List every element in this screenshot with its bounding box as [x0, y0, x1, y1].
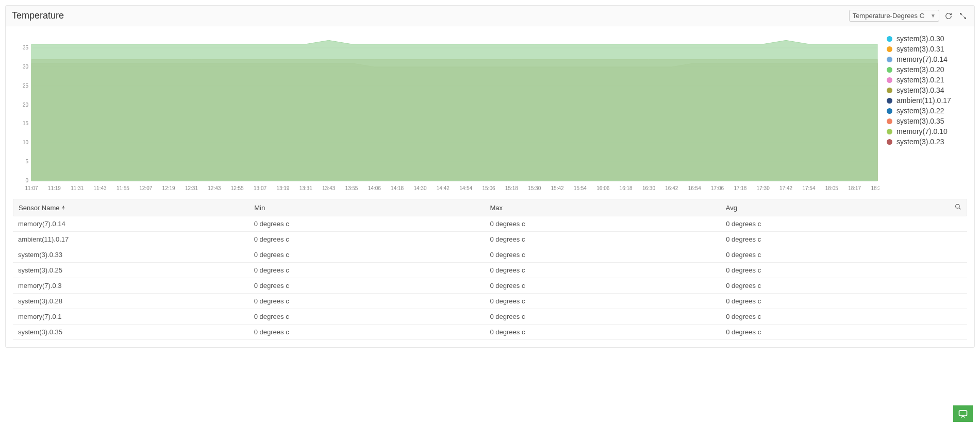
legend-item[interactable]: system(3).0.23	[887, 137, 967, 147]
legend-item[interactable]: system(3).0.35	[887, 116, 967, 126]
cell-name: ambient(11).0.17	[18, 235, 254, 243]
svg-text:11:07: 11:07	[25, 185, 38, 191]
dropdown-label: Temperature-Degrees C	[853, 12, 924, 20]
expand-icon[interactable]	[958, 11, 968, 21]
svg-text:15:54: 15:54	[574, 185, 587, 191]
legend-item[interactable]: system(3).0.30	[887, 33, 967, 44]
legend-item[interactable]: memory(7).0.14	[887, 54, 967, 64]
legend-label: system(3).0.23	[896, 138, 944, 146]
chart-area[interactable]: 0510152025303511:0711:1911:3111:4311:551…	[13, 33, 879, 195]
svg-text:12:43: 12:43	[208, 185, 221, 191]
table-body: memory(7).0.140 degrees c0 degrees c0 de…	[13, 216, 967, 340]
legend-label: system(3).0.21	[896, 76, 944, 84]
legend-item[interactable]: system(3).0.34	[887, 85, 967, 95]
legend-item[interactable]: ambient(11).0.17	[887, 95, 967, 106]
svg-point-54	[956, 205, 960, 209]
col-min[interactable]: Min	[254, 204, 490, 212]
cell-max: 0 degrees c	[490, 328, 726, 336]
svg-text:14:06: 14:06	[368, 185, 381, 191]
col-avg[interactable]: Avg	[726, 204, 933, 212]
svg-text:0: 0	[25, 178, 28, 183]
table-row[interactable]: memory(7).0.10 degrees c0 degrees c0 deg…	[13, 309, 967, 325]
svg-text:16:30: 16:30	[642, 185, 655, 191]
legend-dot-icon	[887, 88, 892, 93]
cell-name: system(3).0.33	[18, 251, 254, 259]
metric-dropdown[interactable]: Temperature-Degrees C ▼	[849, 10, 939, 22]
svg-text:16:54: 16:54	[688, 185, 701, 191]
legend-item[interactable]: system(3).0.31	[887, 44, 967, 54]
chevron-down-icon: ▼	[931, 13, 936, 19]
table-row[interactable]: system(3).0.280 degrees c0 degrees c0 de…	[13, 294, 967, 309]
chart-row: 0510152025303511:0711:1911:3111:4311:551…	[6, 26, 974, 199]
cell-max: 0 degrees c	[490, 266, 726, 274]
svg-text:18:17: 18:17	[848, 185, 861, 191]
svg-text:13:43: 13:43	[322, 185, 335, 191]
legend-dot-icon	[887, 139, 892, 145]
legend[interactable]: system(3).0.30system(3).0.31memory(7).0.…	[879, 33, 967, 167]
svg-text:15:42: 15:42	[551, 185, 564, 191]
table-row[interactable]: ambient(11).0.170 degrees c0 degrees c0 …	[13, 232, 967, 247]
svg-text:11:55: 11:55	[117, 185, 129, 191]
sort-icon: ▲▼	[61, 205, 65, 210]
page-scrollbar[interactable]	[975, 21, 980, 353]
svg-text:12:55: 12:55	[231, 185, 244, 191]
cell-avg: 0 degrees c	[726, 251, 962, 259]
svg-text:17:06: 17:06	[711, 185, 724, 191]
cell-name: system(3).0.35	[18, 328, 254, 336]
cell-max: 0 degrees c	[490, 313, 726, 320]
cell-max: 0 degrees c	[490, 220, 726, 228]
cell-min: 0 degrees c	[254, 313, 490, 320]
col-max[interactable]: Max	[490, 204, 726, 212]
panel-header: Temperature Temperature-Degrees C ▼	[6, 6, 974, 26]
svg-text:14:30: 14:30	[413, 185, 426, 191]
svg-text:17:54: 17:54	[802, 185, 815, 191]
svg-text:15:06: 15:06	[483, 185, 495, 191]
legend-dot-icon	[887, 118, 892, 124]
svg-text:13:07: 13:07	[254, 185, 267, 191]
legend-dot-icon	[887, 67, 892, 73]
legend-item[interactable]: system(3).0.20	[887, 64, 967, 75]
table-row[interactable]: system(3).0.350 degrees c0 degrees c0 de…	[13, 325, 967, 340]
cell-min: 0 degrees c	[254, 235, 490, 243]
cell-min: 0 degrees c	[254, 328, 490, 336]
legend-item[interactable]: system(3).0.21	[887, 75, 967, 85]
cell-avg: 0 degrees c	[726, 297, 962, 305]
svg-text:13:31: 13:31	[300, 185, 312, 191]
table-row[interactable]: system(3).0.330 degrees c0 degrees c0 de…	[13, 247, 967, 263]
svg-text:14:18: 14:18	[391, 185, 404, 191]
svg-text:12:07: 12:07	[139, 185, 152, 191]
cell-avg: 0 degrees c	[726, 328, 962, 336]
legend-item[interactable]: system(3).0.22	[887, 106, 967, 116]
svg-text:18:05: 18:05	[825, 185, 838, 191]
cell-max: 0 degrees c	[490, 282, 726, 289]
legend-dot-icon	[887, 77, 892, 83]
temperature-panel: Temperature Temperature-Degrees C ▼ 0510…	[5, 5, 975, 348]
svg-text:30: 30	[23, 64, 29, 70]
cell-min: 0 degrees c	[254, 251, 490, 259]
legend-dot-icon	[887, 129, 892, 134]
svg-text:13:19: 13:19	[276, 185, 289, 191]
legend-label: ambient(11).0.17	[896, 96, 951, 105]
col-sensor-name[interactable]: Sensor Name ▲▼	[19, 204, 254, 212]
refresh-icon[interactable]	[943, 11, 954, 21]
cell-avg: 0 degrees c	[726, 220, 962, 228]
cell-max: 0 degrees c	[490, 251, 726, 259]
svg-text:16:42: 16:42	[665, 185, 678, 191]
cell-name: system(3).0.25	[18, 266, 254, 274]
legend-label: system(3).0.22	[896, 107, 944, 115]
svg-text:11:31: 11:31	[71, 185, 84, 191]
legend-item[interactable]: memory(7).0.10	[887, 126, 967, 137]
svg-text:11:19: 11:19	[48, 185, 61, 191]
table-row[interactable]: memory(7).0.30 degrees c0 degrees c0 deg…	[13, 278, 967, 294]
table-row[interactable]: memory(7).0.140 degrees c0 degrees c0 de…	[13, 216, 967, 232]
svg-text:17:18: 17:18	[734, 185, 746, 191]
table-search-icon[interactable]	[933, 203, 961, 212]
svg-text:11:43: 11:43	[94, 185, 107, 191]
legend-label: system(3).0.31	[896, 45, 944, 53]
svg-text:35: 35	[23, 45, 29, 50]
legend-dot-icon	[887, 108, 892, 114]
cell-name: memory(7).0.1	[18, 313, 254, 320]
table-row[interactable]: system(3).0.250 degrees c0 degrees c0 de…	[13, 263, 967, 278]
area-chart: 0510152025303511:0711:1911:3111:4311:551…	[13, 33, 879, 193]
legend-label: system(3).0.34	[896, 86, 944, 94]
